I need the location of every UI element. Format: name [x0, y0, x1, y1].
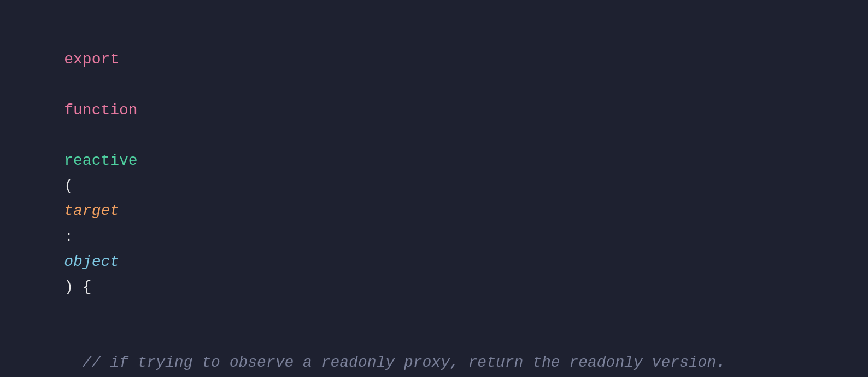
- code-line-2: // if trying to observe a readonly proxy…: [27, 325, 841, 377]
- type-object: object: [64, 253, 119, 270]
- code-line-1: export function reactive ( target : obje…: [27, 22, 841, 325]
- code-block: export function reactive ( target : obje…: [0, 0, 868, 377]
- code-comment: // if trying to observe a readonly proxy…: [64, 354, 725, 371]
- param-target: target: [64, 202, 119, 219]
- function-name-reactive: reactive: [64, 152, 137, 169]
- keyword-function: function: [64, 102, 137, 119]
- keyword-export: export: [64, 51, 119, 68]
